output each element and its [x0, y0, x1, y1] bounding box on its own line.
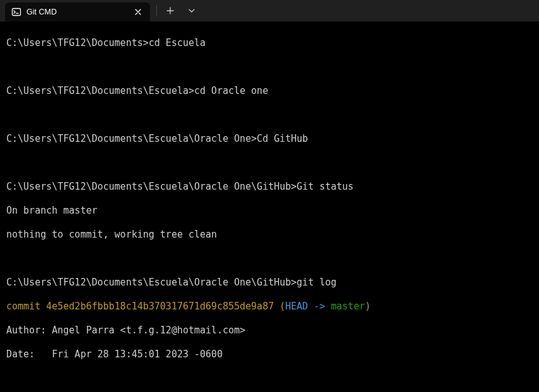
titlebar: Git CMD [0, 0, 539, 21]
prompt-line: C:\Users\TFG12\Documents>cd Escuela [6, 37, 533, 49]
author-line: Author: Angel Parra <t.f.g.12@hotmail.co… [6, 325, 533, 337]
prompt-line: C:\Users\TFG12\Documents\Escuela\Oracle … [6, 181, 533, 193]
tab-dropdown-button[interactable] [182, 1, 201, 20]
divider [156, 5, 157, 16]
tab-git-cmd[interactable]: Git CMD [5, 3, 150, 21]
prompt-line: C:\Users\TFG12\Documents\Escuela\Oracle … [6, 133, 533, 145]
blank-line [6, 253, 533, 265]
blank-line [6, 372, 533, 384]
svg-rect-0 [13, 9, 21, 16]
terminal-icon [11, 7, 21, 17]
blank-line [6, 61, 533, 73]
blank-line [6, 157, 533, 169]
tab-title: Git CMD [26, 6, 127, 18]
prompt-line: C:\Users\TFG12\Documents\Escuela>cd Orac… [6, 85, 533, 97]
date-line: Date: Fri Apr 28 13:45:01 2023 -0600 [6, 349, 533, 360]
commit-line: commit 4e5ed2b6fbbb18c14b370317671d69c85… [6, 301, 533, 313]
status-line: nothing to commit, working tree clean [6, 229, 533, 241]
status-line: On branch master [6, 205, 533, 217]
new-tab-button[interactable] [161, 1, 180, 20]
blank-line [6, 109, 533, 121]
terminal-output[interactable]: C:\Users\TFG12\Documents>cd Escuela C:\U… [0, 21, 539, 392]
close-tab-button[interactable] [132, 6, 144, 18]
tab-actions [150, 0, 201, 21]
prompt-line: C:\Users\TFG12\Documents\Escuela\Oracle … [6, 277, 533, 289]
